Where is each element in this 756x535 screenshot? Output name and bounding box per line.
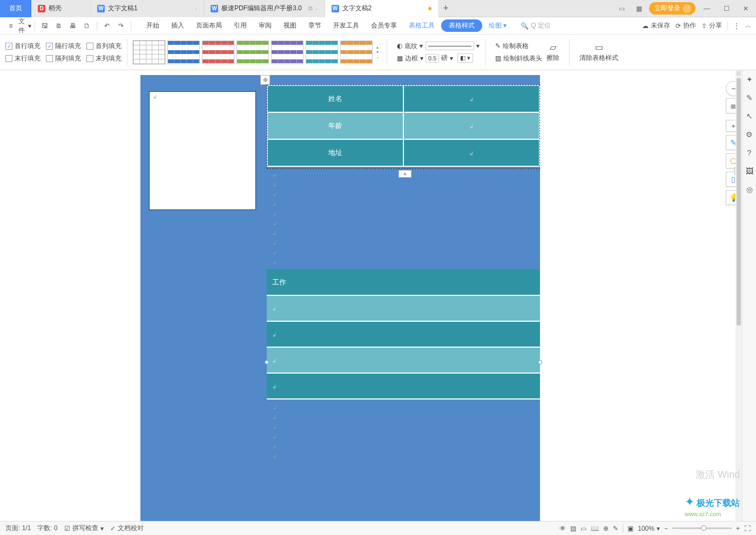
draw-diagonal-button[interactable]: ▨ 绘制斜线表头 <box>495 54 542 63</box>
maximize-button[interactable]: ☐ <box>718 0 734 17</box>
rail-pen-icon[interactable]: ✎ <box>745 93 754 103</box>
table-style-swatch[interactable] <box>133 40 165 64</box>
table-style-swatch[interactable] <box>306 40 338 64</box>
chk-last-row[interactable]: 末行填充 <box>5 54 40 63</box>
tab-home[interactable]: 首页 <box>0 0 31 17</box>
tab-doc-3-active[interactable]: W 文字文稿2 <box>325 0 438 17</box>
menu-start[interactable]: 开始 <box>141 19 165 32</box>
menu-vip[interactable]: 会员专享 <box>366 19 402 32</box>
status-spellcheck[interactable]: ☑ 拼写检查 ▾ <box>64 524 104 533</box>
table-cell[interactable]: ↲ <box>403 85 539 112</box>
table-2[interactable]: 工作 ↲ ↲ ↲ ↲ <box>267 269 540 399</box>
gallery-down-icon[interactable]: ▾ <box>374 50 381 55</box>
border-color-dropdown[interactable]: ◧ ▾ <box>457 53 473 63</box>
view-read-icon[interactable]: ▭ <box>580 525 586 532</box>
rail-settings-icon[interactable]: ⚙ <box>745 130 754 139</box>
chk-alt-row[interactable]: ✓隔行填充 <box>46 42 81 51</box>
vertical-scrollbar[interactable] <box>735 70 742 521</box>
tab-doc-1[interactable]: W 文字文稿1 · <box>91 0 204 17</box>
minimize-button[interactable]: — <box>699 0 715 17</box>
table-cell[interactable]: ↲ <box>267 347 540 373</box>
new-tab-button[interactable]: + <box>438 1 454 16</box>
rail-target-icon[interactable]: ◎ <box>745 185 754 194</box>
table-cell[interactable]: ↲ <box>267 373 540 399</box>
save-as-icon[interactable]: 🗎 <box>52 19 65 32</box>
document-area[interactable]: ↲ ✥ 姓名↲ 年龄↲ 地址↲ + ↲↲↲↲↲ ↲↲↲↲↲ 工作 ↲ ↲ <box>0 70 742 521</box>
table-style-swatch[interactable] <box>167 40 200 64</box>
border-dropdown[interactable]: ▦ 边框 ▾ <box>397 54 423 63</box>
border-line-preview[interactable]: ▾ <box>426 42 480 50</box>
table-style-swatch[interactable] <box>202 40 234 64</box>
share-button[interactable]: ⇪分享 <box>701 21 722 30</box>
print-preview-icon[interactable]: 🗋 <box>80 19 93 32</box>
titlebar-icon-1[interactable]: ▭ <box>615 2 629 16</box>
table-style-swatch[interactable] <box>271 40 303 64</box>
rail-select-icon[interactable]: ↖ <box>745 111 754 121</box>
menu-view[interactable]: 视图 <box>278 19 302 32</box>
status-page[interactable]: 页面: 1/1 <box>5 524 31 533</box>
titlebar-apps-icon[interactable]: ▦ <box>632 2 646 16</box>
status-eye-icon[interactable]: 👁 <box>559 525 566 532</box>
add-row-button[interactable]: + <box>399 170 411 178</box>
table-cell[interactable]: 工作 <box>267 269 540 295</box>
redo-icon[interactable]: ↷ <box>114 19 127 32</box>
menu-table-tools[interactable]: 表格工具 <box>403 19 440 32</box>
menu-review[interactable]: 审阅 <box>253 19 277 32</box>
chk-last-col[interactable]: 末列填充 <box>86 54 122 63</box>
eraser-button[interactable]: ▱擦除 <box>542 42 564 63</box>
table-cell[interactable]: 地址 <box>267 139 403 166</box>
table-1[interactable]: 姓名↲ 年龄↲ 地址↲ <box>267 85 540 167</box>
border-weight-dropdown[interactable]: 0.5 <box>426 54 439 63</box>
table-cell[interactable]: 年龄 <box>267 112 403 139</box>
chk-alt-col[interactable]: 隔列填充 <box>46 54 81 63</box>
menu-insert[interactable]: 插入 <box>166 19 190 32</box>
selection-handle[interactable] <box>538 360 542 364</box>
unsaved-indicator[interactable]: ☁未保存 <box>642 21 670 30</box>
fit-page-icon[interactable]: ▣ <box>627 525 633 532</box>
coop-button[interactable]: ⟳协作 <box>676 21 696 30</box>
view-web-icon[interactable]: ⊕ <box>603 525 609 532</box>
menu-draw[interactable]: 绘图 ▾ <box>483 19 512 32</box>
fullscreen-icon[interactable]: ⛶ <box>744 525 751 532</box>
zoom-out-button[interactable]: − <box>664 525 668 532</box>
menu-layout[interactable]: 页面布局 <box>191 19 227 32</box>
zoom-level[interactable]: 100% ▾ <box>638 525 660 532</box>
print-icon[interactable]: 🖶 <box>66 19 79 32</box>
menu-table-style-active[interactable]: 表格样式 <box>441 19 482 32</box>
zoom-in-button[interactable]: + <box>736 525 740 532</box>
status-words[interactable]: 字数: 0 <box>37 524 57 533</box>
undo-icon[interactable]: ↶ <box>100 19 113 32</box>
more-icon[interactable]: ⋮ <box>733 22 740 30</box>
draw-table-button[interactable]: ✎ 绘制表格 <box>495 42 542 51</box>
tab-doc-2[interactable]: W 极速PDF编辑器用户手册3.0 ⧉ · <box>204 0 325 17</box>
table-cell[interactable]: ↲ <box>267 321 540 347</box>
login-button[interactable]: 立即登录 <box>649 2 696 15</box>
zoom-slider[interactable] <box>672 527 732 529</box>
view-page-icon[interactable]: ▤ <box>570 525 576 532</box>
table-cell[interactable]: ↲ <box>403 139 539 166</box>
status-proofread[interactable]: ✓ 文档校对 <box>110 524 144 533</box>
rail-assistant-icon[interactable]: ✦ <box>745 75 754 84</box>
shading-dropdown[interactable]: ◐ 底纹 ▾ <box>397 42 423 51</box>
collapse-ribbon-icon[interactable]: ︿ <box>745 21 752 30</box>
tab-doke[interactable]: D 稻壳 <box>31 0 91 17</box>
table-style-swatch[interactable] <box>340 40 373 64</box>
file-menu[interactable]: 文件▾ <box>18 19 31 32</box>
menu-section[interactable]: 章节 <box>303 19 327 32</box>
table-cell[interactable]: ↲ <box>267 295 540 321</box>
view-outline-icon[interactable]: ✎ <box>613 525 618 532</box>
zoom-knob[interactable] <box>701 525 706 531</box>
menu-icon[interactable]: ≡ <box>4 19 17 32</box>
gallery-up-icon[interactable]: ▴ <box>374 45 381 50</box>
scrollbar-thumb[interactable] <box>737 78 741 326</box>
table-cell[interactable]: ↲ <box>403 112 539 139</box>
locate-search[interactable]: 🔍Q 定位 <box>521 21 551 30</box>
chk-first-col[interactable]: 首列填充 <box>86 42 122 51</box>
selection-handle[interactable] <box>265 360 269 364</box>
gallery-more-icon[interactable]: ⌄ <box>374 55 381 59</box>
rail-help-icon[interactable]: ? <box>745 148 754 158</box>
chk-first-row[interactable]: ✓首行填充 <box>5 42 40 51</box>
menu-devtools[interactable]: 开发工具 <box>328 19 364 32</box>
tab-close-icon[interactable]: · <box>195 4 197 13</box>
tab-close-icon[interactable]: · <box>316 4 318 13</box>
